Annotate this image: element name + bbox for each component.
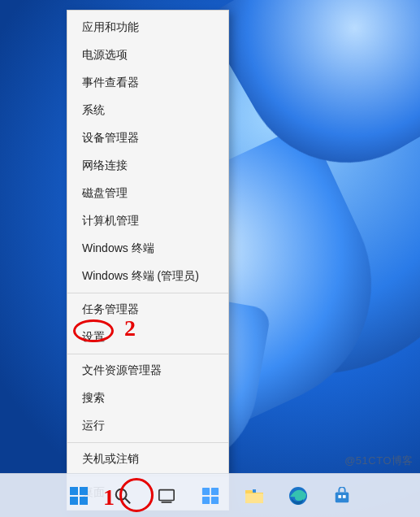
menu-item-windows-terminal-admin[interactable]: Windows 终端 (管理员): [67, 263, 228, 290]
svg-point-4: [115, 489, 126, 499]
menu-item-system[interactable]: 系统: [67, 97, 228, 124]
svg-rect-17: [342, 495, 345, 498]
svg-rect-3: [80, 497, 88, 505]
svg-line-5: [125, 498, 130, 503]
task-view-button[interactable]: [150, 480, 183, 512]
task-view-icon: [158, 487, 175, 505]
menu-item-windows-terminal[interactable]: Windows 终端: [67, 235, 228, 263]
svg-rect-16: [338, 495, 341, 498]
menu-item-file-explorer[interactable]: 文件资源管理器: [67, 357, 228, 384]
widgets-button[interactable]: [194, 480, 227, 512]
svg-rect-12: [245, 493, 263, 503]
svg-rect-8: [201, 487, 209, 494]
menu-separator: [67, 293, 228, 293]
menu-item-shutdown-signout[interactable]: 关机或注销: [67, 445, 228, 473]
menu-separator: [67, 354, 228, 354]
windows-logo-icon: [69, 486, 89, 506]
file-explorer-button[interactable]: [238, 480, 271, 512]
edge-button[interactable]: [282, 480, 314, 512]
widgets-icon: [201, 487, 219, 505]
menu-item-network-connections[interactable]: 网络连接: [67, 152, 228, 180]
taskbar: [0, 473, 420, 517]
desktop-screen: 应用和功能 电源选项 事件查看器 系统 设备管理器 网络连接 磁盘管理 计算机管…: [0, 0, 420, 517]
watermark-text: @51CTO博客: [344, 454, 414, 468]
search-icon: [114, 487, 132, 505]
menu-item-run[interactable]: 运行: [67, 412, 228, 440]
menu-item-event-viewer[interactable]: 事件查看器: [67, 69, 228, 97]
start-context-menu: 应用和功能 电源选项 事件查看器 系统 设备管理器 网络连接 磁盘管理 计算机管…: [67, 10, 229, 510]
start-button[interactable]: [63, 480, 95, 512]
folder-icon: [245, 487, 264, 505]
svg-rect-7: [161, 501, 171, 502]
menu-item-device-manager[interactable]: 设备管理器: [67, 124, 228, 152]
menu-item-disk-management[interactable]: 磁盘管理: [67, 180, 228, 207]
menu-item-computer-management[interactable]: 计算机管理: [67, 207, 228, 235]
svg-rect-9: [210, 487, 218, 494]
menu-item-apps-features[interactable]: 应用和功能: [67, 14, 228, 41]
svg-rect-2: [70, 497, 78, 505]
menu-separator: [67, 442, 228, 443]
svg-rect-1: [80, 487, 88, 495]
svg-rect-11: [210, 496, 218, 503]
store-button[interactable]: [326, 480, 358, 512]
menu-item-task-manager[interactable]: 任务管理器: [67, 296, 228, 324]
search-button[interactable]: [106, 480, 139, 512]
svg-rect-10: [201, 496, 209, 503]
menu-item-search[interactable]: 搜索: [67, 384, 228, 412]
svg-rect-0: [70, 487, 78, 495]
svg-rect-6: [158, 489, 173, 500]
svg-rect-15: [335, 492, 349, 502]
svg-rect-13: [253, 489, 256, 493]
edge-icon: [288, 486, 308, 506]
store-icon: [333, 487, 351, 505]
menu-item-power-options[interactable]: 电源选项: [67, 41, 228, 69]
menu-item-settings[interactable]: 设置: [67, 324, 228, 351]
